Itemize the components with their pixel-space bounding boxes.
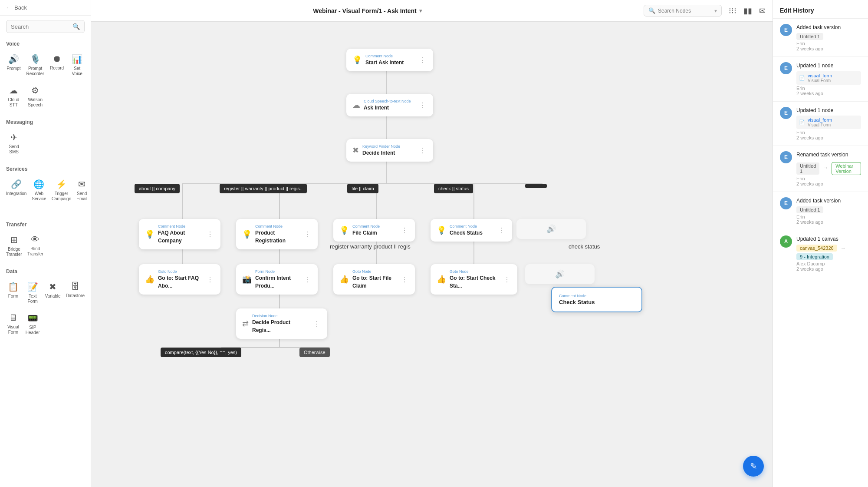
sidebar-item-text-form[interactable]: 📝Text Form xyxy=(24,278,42,308)
sidebar-item-svc6[interactable] xyxy=(30,207,48,214)
canvas-badge: canvas_542326 xyxy=(796,245,837,252)
sidebar-search-input[interactable] xyxy=(11,23,72,30)
check-status-name: Check Status xyxy=(450,230,483,236)
confirm-product-menu[interactable]: ⋮ xyxy=(303,275,312,285)
sidebar-item-form[interactable]: 📋Form xyxy=(4,278,22,308)
sidebar-item-tr4[interactable] xyxy=(67,231,86,261)
confirm-product-type: Form Node xyxy=(255,269,299,274)
sidebar-search-box[interactable]: 🔍 xyxy=(6,20,85,33)
sidebar-item-prompt[interactable]: 🔊Prompt xyxy=(4,50,23,80)
time-2: Erin2 weeks ago xyxy=(796,86,861,96)
services-icon-grid: 🔗Integration 🌐Web Service ⚡Trigger Campa… xyxy=(0,174,91,218)
sidebar-item-prompt-recorder[interactable]: 🎙️Prompt Recorder xyxy=(25,50,46,80)
check-status-menu[interactable]: ⋮ xyxy=(497,225,506,235)
voice-section-title: Voice xyxy=(0,37,91,49)
back-label[interactable]: Back xyxy=(14,4,27,11)
start-ask-intent-menu[interactable]: ⋮ xyxy=(418,55,427,65)
sidebar-item-send-email[interactable]: ✉Send Email xyxy=(75,176,89,205)
history-item-1: E Added task version Untitled 1 Erin2 we… xyxy=(773,19,868,57)
node-check-status[interactable]: 💡 Comment Node Check Status ⋮ xyxy=(431,219,512,242)
file-claim-type: Comment Node xyxy=(352,224,397,229)
messaging-section-title: Messaging xyxy=(0,116,91,127)
search-nodes-input[interactable] xyxy=(658,8,712,14)
flow-title-text: Webinar - Visual Form/1 - Ask Intent xyxy=(313,7,417,14)
search-nodes-box[interactable]: 🔍 ▾ xyxy=(644,5,722,17)
goto-file-claim-menu[interactable]: ⋮ xyxy=(400,275,409,285)
sidebar-item-tr3[interactable] xyxy=(47,231,66,261)
goto-faq-type: Goto Node xyxy=(158,269,202,274)
sidebar-item-variable[interactable]: ✖Variable xyxy=(43,278,62,308)
sidebar-item-sip-header[interactable]: 📟SIP Header xyxy=(24,309,42,339)
sidebar-item-bridge-transfer[interactable]: ⊞Bridge Transfer xyxy=(4,231,24,261)
node-decide-product-reg[interactable]: ⇄ Decision Node Decide Product Regis... … xyxy=(236,308,327,339)
node-confirm-product[interactable]: 📸 Form Node Confirm Intent Produ... ⋮ xyxy=(236,264,318,295)
decide-product-reg-menu[interactable]: ⋮ xyxy=(312,319,321,329)
node-goto-file-claim[interactable]: 👍 Goto Node Go to: Start File Claim ⋮ xyxy=(333,264,415,295)
node-speaker[interactable]: 🔊 xyxy=(516,219,586,239)
goto-check-sta-name: Go to: Start Check Sta... xyxy=(450,275,495,289)
flow-title-dropdown-icon[interactable]: ▾ xyxy=(419,8,422,14)
ask-intent-menu[interactable]: ⋮ xyxy=(418,100,427,110)
sidebar-item-trigger-campaign[interactable]: ⚡Trigger Campaign xyxy=(50,176,73,205)
search-nodes-dropdown-icon[interactable]: ▾ xyxy=(714,8,717,14)
sidebar-item-set-voice[interactable]: 📊Set Voice xyxy=(68,50,86,80)
arrow-right-icon: → xyxy=(823,165,828,171)
action-icon[interactable]: ✉ xyxy=(759,6,766,16)
voice-icon-grid: 🔊Prompt 🎙️Prompt Recorder ⏺Record 📊Set V… xyxy=(0,49,91,116)
sidebar-item-record[interactable]: ⏺Record xyxy=(48,50,66,80)
transfer-icon-grid: ⊞Bridge Transfer 👁Blind Transfer xyxy=(0,229,91,265)
highlighted-check-status-node[interactable]: Comment Node Check Status xyxy=(551,287,642,312)
time-3: Erin2 weeks ago xyxy=(796,130,861,140)
top-bar-icons: ⁝⁝⁝ ▮▮ ✉ xyxy=(729,6,766,16)
file-claim-menu[interactable]: ⋮ xyxy=(400,225,409,235)
node-product-registration[interactable]: 💡 Comment Node Product Registration ⋮ xyxy=(236,219,318,249)
fab-button[interactable]: ✎ xyxy=(743,456,764,477)
node-faq-company[interactable]: 💡 Comment Node FAQ About Company ⋮ xyxy=(139,219,220,249)
node-file-claim[interactable]: 💡 Comment Node File Claim ⋮ xyxy=(333,219,415,242)
goto-faq-menu[interactable]: ⋮ xyxy=(206,275,214,285)
goto-faq-name: Go to: Start FAQ Abo... xyxy=(158,275,199,289)
node-ask-intent[interactable]: ☁ Cloud Speech-to-text Node Ask Intent ⋮ xyxy=(346,94,433,116)
node-goto-check-sta[interactable]: 👍 Goto Node Go to: Start Check Sta... ⋮ xyxy=(431,264,517,295)
grid-icon[interactable]: ⁝⁝⁝ xyxy=(729,6,736,16)
sidebar-item-svc5[interactable] xyxy=(4,207,28,214)
sidebar-item-blind-transfer[interactable]: 👁Blind Transfer xyxy=(26,231,45,261)
sidebar-item-msg4[interactable] xyxy=(67,129,86,158)
sidebar-item-integration[interactable]: 🔗Integration xyxy=(4,176,28,205)
layout-icon[interactable]: ▮▮ xyxy=(743,6,752,16)
node-start-ask-intent[interactable]: 💡 Comment Node Start Ask Intent ⋮ xyxy=(346,49,433,71)
ask-intent-type: Cloud Speech-to-text Node xyxy=(364,99,415,103)
speaker-icon: 🔊 xyxy=(546,224,556,234)
sidebar-item-watson-speech[interactable]: ⚙Watson Speech xyxy=(25,82,46,111)
register-warranty-text: register warranty product Il regis xyxy=(330,243,411,250)
history-item-2: E Updated 1 node 📄 visual_form Visual Fo… xyxy=(773,57,868,102)
sidebar-item-msg3[interactable] xyxy=(46,129,66,158)
services-section-title: Services xyxy=(0,162,91,174)
visual-form-link-3[interactable]: 📄 visual_form Visual Form xyxy=(796,116,861,129)
sidebar: ← Back 🔍 Voice 🔊Prompt 🎙️Prompt Recorder… xyxy=(0,0,91,487)
avatar-erin-5: E xyxy=(780,197,792,209)
sidebar-item-visual-form[interactable]: 🖥Visual Form xyxy=(4,309,22,339)
faq-menu[interactable]: ⋮ xyxy=(206,229,214,239)
sidebar-item-send-sms[interactable]: ✈Send SMS xyxy=(4,129,23,158)
file-claim-name: File Claim xyxy=(352,230,377,236)
history-item-6: A Updated 1 canvas canvas_542326 → 9 - I… xyxy=(773,230,868,277)
node-decide-intent[interactable]: ✖ Keyword Finder Node Decide Intent ⋮ xyxy=(346,139,433,162)
goto-check-sta-menu[interactable]: ⋮ xyxy=(503,275,511,285)
visual-form-link-2[interactable]: 📄 visual_form Visual Form xyxy=(796,71,861,85)
history-item-3: E Updated 1 node 📄 visual_form Visual Fo… xyxy=(773,102,868,146)
sidebar-item-web-service[interactable]: 🌐Web Service xyxy=(30,176,48,205)
decide-product-reg-type: Decision Node xyxy=(252,314,309,318)
decide-intent-menu[interactable]: ⋮ xyxy=(418,146,427,156)
badge-untitled-from: Untitled 1 xyxy=(796,162,819,175)
sidebar-item-datastore[interactable]: 🗄Datastore xyxy=(64,278,86,308)
canvas[interactable]: 💡 Comment Node Start Ask Intent ⋮ ☁ Clou… xyxy=(91,22,773,487)
sidebar-item-msg2[interactable] xyxy=(25,129,44,158)
back-arrow-icon[interactable]: ← xyxy=(6,4,12,11)
product-reg-menu[interactable]: ⋮ xyxy=(303,229,312,239)
node-speaker-2[interactable]: 🔊 xyxy=(525,264,595,284)
goto-file-claim-name: Go to: Start File Claim xyxy=(352,275,391,289)
node-goto-faq[interactable]: 👍 Goto Node Go to: Start FAQ Abo... ⋮ xyxy=(139,264,220,295)
branch-extra-label xyxy=(525,184,547,188)
sidebar-item-cloud-stt[interactable]: ☁Cloud STT xyxy=(4,82,23,111)
